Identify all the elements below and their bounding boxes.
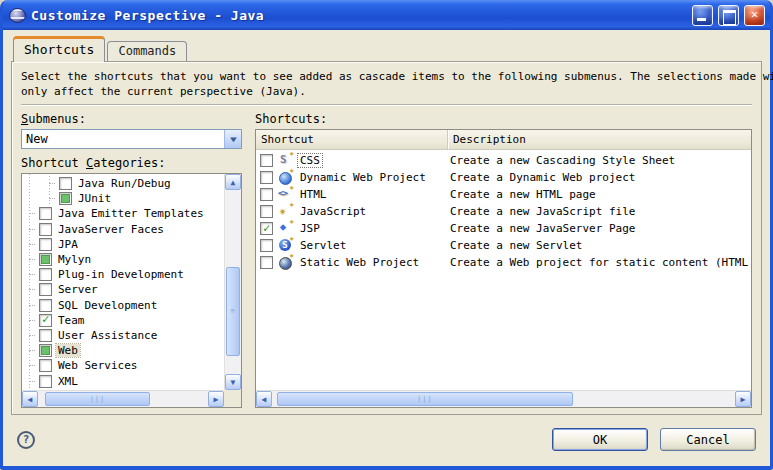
category-item-java-emitter-templates[interactable]: Java Emitter Templates xyxy=(22,206,224,221)
shortcuts-label: Shortcuts: xyxy=(255,112,752,129)
scroll-left-icon[interactable]: ◀ xyxy=(256,391,272,407)
checkbox-unchecked-icon[interactable] xyxy=(59,177,72,190)
shortcuts-tab-panel: Select the shortcuts that you want to se… xyxy=(11,61,762,415)
column-header-shortcut[interactable]: Shortcut xyxy=(256,130,448,149)
horizontal-scroll-thumb[interactable]: ||| xyxy=(277,392,573,406)
maximize-button[interactable] xyxy=(718,5,739,26)
intro-line-2: only affect the current perspective (Jav… xyxy=(21,84,752,99)
shortcut-row-css[interactable]: CSSCreate a new Cascading Style Sheet xyxy=(256,152,751,169)
shortcut-description: Create a new HTML page xyxy=(448,188,751,201)
checkbox-checked-icon[interactable] xyxy=(39,314,52,327)
category-item-label: Server xyxy=(56,283,100,296)
shortcut-row-jsp[interactable]: JSPCreate a new JavaServer Page xyxy=(256,220,751,237)
checkbox-checked-icon[interactable] xyxy=(260,222,273,235)
column-header-description[interactable]: Description xyxy=(448,130,751,149)
scroll-right-icon[interactable]: ▶ xyxy=(735,391,751,407)
shortcut-row-dynamic-web-project[interactable]: Dynamic Web ProjectCreate a Dynamic Web … xyxy=(256,169,751,186)
category-item-user-assistance[interactable]: User Assistance xyxy=(22,328,224,343)
shortcut-description: Create a new JavaServer Page xyxy=(448,222,751,235)
shortcut-description: Create a Web project for static content … xyxy=(448,256,751,269)
shortcut-name: Dynamic Web Project xyxy=(298,171,428,184)
checkbox-grayed-icon[interactable] xyxy=(59,192,72,205)
category-item-label: Plug-in Development xyxy=(56,268,186,281)
category-item-mylyn[interactable]: Mylyn xyxy=(22,252,224,267)
category-item-label: JPA xyxy=(56,238,80,251)
scrollbar-corner xyxy=(224,390,241,407)
shortcut-description: Create a new Servlet xyxy=(448,239,751,252)
static-web-project-new-icon xyxy=(278,255,294,270)
vertical-scroll-thumb[interactable]: ≡ xyxy=(226,267,240,355)
checkbox-unchecked-icon[interactable] xyxy=(260,256,273,269)
category-item-label: Web Services xyxy=(56,359,139,372)
category-item-web-services[interactable]: Web Services xyxy=(22,358,224,373)
ok-button[interactable]: OK xyxy=(552,428,648,451)
checkbox-unchecked-icon[interactable] xyxy=(39,375,52,388)
shortcut-row-static-web-project[interactable]: Static Web ProjectCreate a Web project f… xyxy=(256,254,751,271)
category-item-web[interactable]: Web xyxy=(22,343,224,358)
help-button[interactable]: ? xyxy=(17,431,35,449)
checkbox-unchecked-icon[interactable] xyxy=(39,283,52,296)
tree-horizontal-scrollbar[interactable]: ◀ ||| ▶ xyxy=(22,390,224,407)
checkbox-unchecked-icon[interactable] xyxy=(39,223,52,236)
horizontal-scroll-thumb[interactable]: ||| xyxy=(45,392,150,406)
shortcut-row-html[interactable]: HTMLCreate a new HTML page xyxy=(256,186,751,203)
shortcut-row-servlet[interactable]: ServletCreate a new Servlet xyxy=(256,237,751,254)
category-item-label: Team xyxy=(56,314,87,327)
shortcut-description: Create a new Cascading Style Sheet xyxy=(448,154,751,167)
checkbox-unchecked-icon[interactable] xyxy=(39,238,52,251)
category-item-junit[interactable]: JUnit xyxy=(22,191,224,206)
table-header: Shortcut Description xyxy=(256,130,751,150)
tree-vertical-scrollbar[interactable]: ▲ ≡ ▼ xyxy=(224,174,241,390)
shortcut-table: Shortcut Description CSSCreate a new Cas… xyxy=(255,129,752,408)
shortcut-table-body: CSSCreate a new Cascading Style SheetDyn… xyxy=(256,150,751,390)
category-item-label: Java Run/Debug xyxy=(76,177,173,190)
title-bar[interactable]: Customize Perspective - Java xyxy=(3,0,770,30)
category-item-server[interactable]: Server xyxy=(22,282,224,297)
checkbox-unchecked-icon[interactable] xyxy=(39,329,52,342)
checkbox-grayed-icon[interactable] xyxy=(39,344,52,357)
checkbox-unchecked-icon[interactable] xyxy=(39,207,52,220)
category-item-label: JUnit xyxy=(76,192,113,205)
scroll-up-icon[interactable]: ▲ xyxy=(225,174,241,190)
combo-dropdown-button[interactable] xyxy=(224,130,241,148)
checkbox-unchecked-icon[interactable] xyxy=(39,359,52,372)
scroll-right-icon[interactable]: ▶ xyxy=(208,391,224,407)
scroll-down-icon[interactable]: ▼ xyxy=(225,374,241,390)
submenus-combobox[interactable]: New xyxy=(21,129,242,149)
checkbox-unchecked-icon[interactable] xyxy=(39,299,52,312)
scroll-left-icon[interactable]: ◀ xyxy=(22,391,38,407)
shortcut-name: JavaScript xyxy=(298,205,368,218)
close-button[interactable] xyxy=(744,5,765,26)
checkbox-unchecked-icon[interactable] xyxy=(260,188,273,201)
shortcut-name: JSP xyxy=(298,222,322,235)
category-item-javaserver-faces[interactable]: JavaServer Faces xyxy=(22,222,224,237)
category-item-java-run-debug[interactable]: Java Run/Debug xyxy=(22,176,224,191)
category-item-label: User Assistance xyxy=(56,329,159,342)
category-item-plug-in-development[interactable]: Plug-in Development xyxy=(22,267,224,282)
shortcut-description: Create a Dynamic Web project xyxy=(448,171,751,184)
category-item-label: SQL Development xyxy=(56,299,159,312)
category-item-sql-development[interactable]: SQL Development xyxy=(22,298,224,313)
tab-commands[interactable]: Commands xyxy=(107,41,187,61)
checkbox-unchecked-icon[interactable] xyxy=(39,268,52,281)
checkbox-unchecked-icon[interactable] xyxy=(260,154,273,167)
category-tree: Java Run/DebugJUnitJava Emitter Template… xyxy=(21,173,242,408)
tab-shortcuts[interactable]: Shortcuts xyxy=(13,36,105,62)
category-item-team[interactable]: Team xyxy=(22,313,224,328)
cancel-button[interactable]: Cancel xyxy=(660,428,756,451)
category-item-label: Java Emitter Templates xyxy=(56,207,206,220)
intro-text: Select the shortcuts that you want to se… xyxy=(21,69,752,99)
checkbox-unchecked-icon[interactable] xyxy=(260,171,273,184)
shortcut-name: Static Web Project xyxy=(298,256,421,269)
checkbox-grayed-icon[interactable] xyxy=(39,253,52,266)
minimize-button[interactable] xyxy=(692,5,713,26)
checkbox-unchecked-icon[interactable] xyxy=(260,239,273,252)
shortcut-row-javascript[interactable]: JavaScriptCreate a new JavaScript file xyxy=(256,203,751,220)
table-horizontal-scrollbar[interactable]: ◀ ||| ▶ xyxy=(256,390,751,407)
right-column: Shortcuts: Shortcut Description CSSCreat… xyxy=(255,112,752,408)
category-item-xml[interactable]: XML xyxy=(22,373,224,388)
category-tree-list: Java Run/DebugJUnitJava Emitter Template… xyxy=(22,174,224,390)
checkbox-unchecked-icon[interactable] xyxy=(260,205,273,218)
category-item-jpa[interactable]: JPA xyxy=(22,237,224,252)
category-item-label: XML xyxy=(56,375,80,388)
